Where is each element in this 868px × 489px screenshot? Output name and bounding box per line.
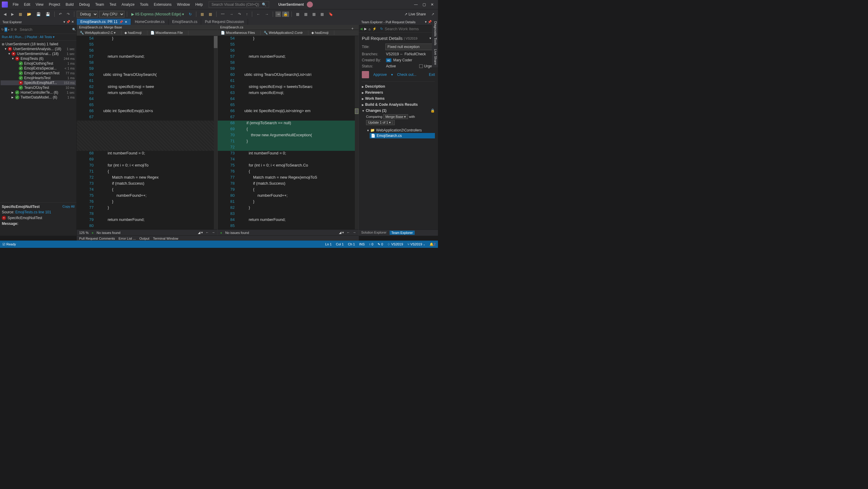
menu-file[interactable]: File bbox=[10, 1, 21, 8]
output-tab[interactable]: Error List ... bbox=[119, 237, 136, 240]
nav-dropdown[interactable]: 🔧 WebApplication2.Contr bbox=[262, 31, 308, 35]
menu-extensions[interactable]: Extensions bbox=[151, 1, 174, 8]
code-line[interactable]: 63 return specificEmoji; bbox=[77, 90, 217, 96]
nav-dropdown[interactable]: 🔧 WebApplication2.C ▾ bbox=[78, 31, 121, 35]
code-line[interactable]: 59 bbox=[77, 66, 217, 72]
nav-dropdown[interactable]: ◆ hasEmoji bbox=[123, 31, 147, 35]
search-icon[interactable]: 🔍 bbox=[72, 27, 76, 32]
config-dropdown[interactable]: Debug bbox=[77, 11, 98, 18]
window-maximize[interactable]: ▢ bbox=[423, 2, 426, 7]
test-row[interactable]: ✓TearsOfJoyTest10 ms bbox=[1, 85, 76, 90]
code-line[interactable]: 81 } bbox=[218, 199, 359, 205]
code-line[interactable]: 60 ublic string TearsOfJoySearch( bbox=[77, 72, 217, 78]
output-tab[interactable]: Pull Request Comments bbox=[79, 237, 115, 240]
window-close[interactable]: ✕ bbox=[431, 2, 434, 7]
bookmark-icon[interactable]: 🔖 bbox=[327, 11, 335, 17]
redo-icon[interactable]: ↷ bbox=[65, 11, 71, 17]
test-row[interactable]: ▼✕UserSentimentAnal... (18)1 sec bbox=[1, 51, 76, 56]
panel-buttons[interactable]: ▾ 📌 ✕ bbox=[63, 20, 74, 24]
step-icon[interactable]: → bbox=[228, 11, 235, 17]
menu-tools[interactable]: Tools bbox=[137, 1, 151, 8]
code-line[interactable]: 74 bbox=[218, 157, 359, 163]
test-row[interactable]: ▶✓TwitterDataModel... (6)1 ms bbox=[1, 95, 76, 100]
run-failed-icon[interactable]: ↻ bbox=[1, 27, 4, 32]
start-debug-button[interactable]: ▶ IIS Express (Microsoft Edge) ▾ bbox=[130, 11, 186, 17]
tool-icon[interactable]: ▦ bbox=[302, 11, 309, 17]
tool-icon[interactable]: ▦ bbox=[294, 11, 301, 17]
output-tab[interactable]: Output bbox=[139, 237, 149, 240]
nav-icon[interactable]: → bbox=[263, 11, 270, 17]
diagnostic-tools-tab[interactable]: Diagnostic Tools bbox=[433, 21, 437, 45]
menu-analyze[interactable]: Analyze bbox=[119, 1, 137, 8]
tool-icon[interactable]: ▦ bbox=[199, 11, 206, 17]
menu-test[interactable]: Test bbox=[107, 1, 119, 8]
code-line[interactable]: 54 } bbox=[218, 36, 359, 42]
share-icon[interactable]: ↗ bbox=[430, 11, 436, 17]
code-line[interactable]: 64 bbox=[77, 96, 217, 103]
code-line[interactable]: 85 bbox=[218, 223, 359, 229]
refresh-icon[interactable]: ↻ bbox=[187, 11, 194, 17]
code-line[interactable]: 72 bbox=[218, 145, 359, 151]
code-line[interactable]: 65 bbox=[218, 103, 359, 109]
code-line[interactable]: 57 return numberFound; bbox=[77, 54, 217, 60]
settings-icon[interactable]: ⚙ bbox=[14, 27, 17, 32]
zoom-level[interactable]: 125 % bbox=[79, 231, 89, 234]
code-line[interactable]: 58 bbox=[77, 60, 217, 66]
status-branch[interactable]: ⑂ VS2019 ▾ bbox=[407, 242, 425, 246]
menu-debug[interactable]: Debug bbox=[77, 1, 92, 8]
step-icon[interactable]: ᠁ bbox=[219, 11, 226, 17]
back-icon[interactable]: ◀ bbox=[360, 27, 363, 31]
code-line[interactable]: 76 } bbox=[77, 199, 217, 205]
status-repo[interactable]: ♢ VS2019 bbox=[387, 242, 403, 246]
menu-project[interactable]: Project bbox=[46, 1, 63, 8]
code-line[interactable]: 56 bbox=[77, 48, 217, 54]
code-line[interactable]: 71 } bbox=[218, 139, 359, 145]
code-line[interactable]: 69 { bbox=[218, 126, 359, 133]
code-line[interactable]: 59 bbox=[218, 66, 359, 72]
code-line[interactable]: 64 bbox=[218, 96, 359, 103]
pr-section[interactable]: ▶Description bbox=[362, 83, 435, 89]
test-row[interactable]: ▼✕EmojiTests (6)244 ms bbox=[1, 56, 76, 61]
urgent-checkbox[interactable] bbox=[419, 64, 423, 68]
code-line[interactable]: 57 return numberFound; bbox=[218, 54, 359, 60]
nav-dropdown[interactable]: 📄 Miscellaneous Files bbox=[219, 31, 261, 35]
menu-view[interactable]: View bbox=[33, 1, 46, 8]
tool-icon[interactable]: ▦ bbox=[310, 11, 317, 17]
code-line[interactable]: 55 bbox=[77, 42, 217, 48]
code-line[interactable]: 84 return numberFound; bbox=[218, 217, 359, 223]
doc-tab[interactable]: EmojiSearch.cs bbox=[168, 19, 201, 25]
code-line[interactable]: 80 bbox=[77, 223, 217, 229]
code-line[interactable]: 62 string specificEmoji = tweetsToSearc bbox=[218, 84, 359, 90]
code-line[interactable]: 82 } bbox=[218, 205, 359, 211]
pr-section[interactable]: ▶Reviewers bbox=[362, 89, 435, 95]
code-line[interactable]: 77 } bbox=[77, 205, 217, 211]
tool-icon[interactable]: ▦ bbox=[207, 11, 214, 17]
lock-icon[interactable]: 🔒 bbox=[430, 109, 435, 113]
compare-mode-dropdown[interactable]: Merge Base ▾ bbox=[383, 114, 408, 119]
scrollbar[interactable] bbox=[214, 36, 217, 229]
menu-build[interactable]: Build bbox=[63, 1, 76, 8]
nav-dropdown[interactable]: ◆ hasEmoji bbox=[310, 31, 334, 35]
copy-all-link[interactable]: Copy All bbox=[63, 205, 74, 208]
code-line[interactable]: 65 bbox=[77, 103, 217, 109]
code-line[interactable]: 78 bbox=[77, 211, 217, 217]
code-line[interactable]: 56 bbox=[218, 48, 359, 54]
code-line[interactable]: 70 throw new ArgumentNullException( bbox=[218, 133, 359, 139]
nav-back-icon[interactable]: ◀ bbox=[2, 11, 8, 17]
nav-dropdown[interactable]: 📄 Miscellaneous File bbox=[149, 31, 189, 35]
code-line[interactable]: 55 bbox=[218, 42, 359, 48]
save-all-icon[interactable]: 💾 bbox=[44, 11, 52, 17]
code-line[interactable]: 61 bbox=[77, 78, 217, 84]
tool-icon[interactable]: 🔒 bbox=[282, 11, 289, 17]
code-line[interactable]: 68 int numberFound = 0; bbox=[77, 151, 217, 157]
nav-icon[interactable]: ← bbox=[255, 11, 262, 17]
home-icon[interactable]: ⌂ bbox=[369, 27, 371, 31]
editor-tools[interactable]: ◢ ▾ ← → bbox=[339, 231, 356, 234]
code-line[interactable]: 66 ublic int SpecificEmoji(List<string> … bbox=[218, 109, 359, 115]
code-line[interactable]: 80 numberFound++; bbox=[218, 193, 359, 199]
team-explorer-tab[interactable]: Team Explorer bbox=[390, 231, 415, 235]
code-line[interactable]: 63 return specificEmoji; bbox=[218, 90, 359, 96]
changes-section[interactable]: ▼Changes (1)🔒 bbox=[362, 108, 435, 114]
test-row[interactable]: ✓EmojiExtraSpecial...< 1 ms bbox=[1, 66, 76, 71]
code-line[interactable]: 60 ublic string TearsOfJoySearch(List<st… bbox=[218, 72, 359, 78]
